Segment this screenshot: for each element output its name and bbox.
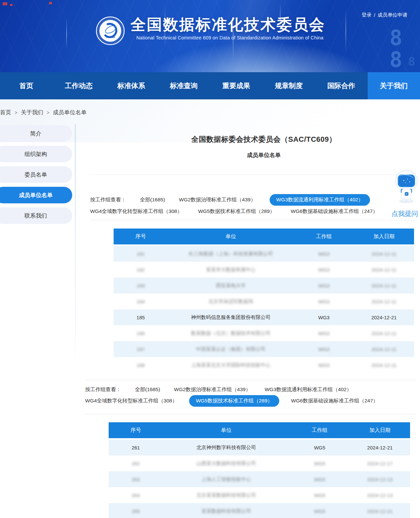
- member-apply-link[interactable]: 成员单位申请: [378, 12, 407, 18]
- table-header-row: 序号 单位 工作组 加入日期: [109, 422, 410, 438]
- cell-workgroup: WG3: [294, 251, 354, 257]
- banner-digit-decoration: 8: [390, 49, 402, 70]
- main-navigation: 首页 工作动态 标准体系 标准查询 重要成果 规章制度 国际合作 关于我们: [0, 72, 420, 99]
- cell-workgroup: WG5: [289, 492, 350, 498]
- nav-item-standard-system[interactable]: 标准体系: [105, 72, 158, 99]
- filter-wg6[interactable]: WG6数据基础设施标准工作组（247）: [291, 397, 378, 404]
- cell-index: 263: [109, 477, 163, 482]
- cell-workgroup: WG5: [289, 508, 350, 514]
- cell-workgroup: WG3: [294, 267, 354, 273]
- cell-workgroup: WG5: [289, 477, 350, 482]
- sidebar-content-divider: [75, 124, 76, 371]
- section-divider: [85, 380, 416, 380]
- cell-unit: 上海人工智能创新中心: [163, 476, 289, 483]
- cell-join-date: 2024-12-11: [354, 362, 414, 368]
- nav-item-international[interactable]: 国际合作: [315, 72, 368, 99]
- nav-item-regulations[interactable]: 规章制度: [263, 72, 315, 99]
- filter-wg5[interactable]: WG5数据技术标准工作组（289）: [198, 208, 275, 215]
- svg-text:TC609: TC609: [106, 35, 115, 39]
- committee-logo-icon: TC609: [95, 16, 125, 47]
- filter-all[interactable]: 全部(1685): [135, 386, 160, 393]
- cell-index: 188: [114, 362, 168, 368]
- cell-join-date: 2024-12-21: [350, 508, 410, 514]
- cell-join-date: 2024-12-13: [350, 477, 410, 482]
- cell-unit: 北京神州数字科技有限公司: [163, 444, 289, 451]
- assistant-ask-me-link[interactable]: 点我提问: [388, 209, 420, 218]
- banner-light-streak: [66, 18, 67, 50]
- about-sidebar: 简介 组织架构 委员名单 成员单位名单 联系我们: [0, 125, 72, 228]
- filter-wg4[interactable]: WG4全域数字化转型标准工作组（308）: [85, 397, 177, 404]
- column-header-unit: 单位: [163, 427, 289, 434]
- page-title: 全国数据标委会技术委员会（SAC/TC609）: [114, 134, 414, 144]
- cell-index: 187: [114, 346, 168, 352]
- cell-unit: 长三角数据（上海）科技发展有限公司: [168, 251, 294, 257]
- table-row: 188 上海某某北京大学国际科技创新中心 WG3 2024-12-11: [114, 357, 414, 373]
- cell-unit: 神州数码信息服务集团股份有限公司: [168, 314, 294, 321]
- sidebar-item-committee-members[interactable]: 委员名单: [0, 166, 72, 183]
- section-divider: [90, 220, 416, 220]
- table-body: 181 长三角数据（上海）科技发展有限公司 WG3 2024-12-11 182…: [114, 246, 414, 373]
- column-header-workgroup: 工作组: [294, 233, 354, 240]
- assistant-robot-icon[interactable]: [393, 170, 420, 204]
- cell-workgroup: WG3: [294, 315, 354, 320]
- cell-unit: 数某数据（北京）数据技术有限公司: [168, 330, 294, 337]
- table-row: 263 上海人工智能创新中心 WG5 2024-12-13: [109, 471, 410, 487]
- site-brand: TC609 全国数据标准化技术委员会 National Technical Co…: [95, 16, 329, 47]
- column-header-join-date: 加入日期: [350, 427, 410, 434]
- cell-index: 261: [109, 445, 163, 450]
- cell-index: 262: [109, 461, 163, 466]
- breadcrumb-about-us[interactable]: 关于我们: [21, 109, 43, 116]
- filter-wg2[interactable]: WG2数据治理标准工作组（439）: [179, 196, 256, 203]
- column-header-join-date: 加入日期: [354, 233, 414, 240]
- section-divider: [90, 175, 416, 175]
- filter-all[interactable]: 全部(1685): [140, 196, 165, 203]
- nav-item-about-us[interactable]: 关于我们: [368, 72, 420, 99]
- filter-wg2[interactable]: WG2数据治理标准工作组（439）: [174, 386, 251, 393]
- table-row-highlight-261: 261 北京神州数字科技有限公司 WG5 2024-12-21: [109, 440, 410, 455]
- cell-unit: 某某市大数据发展中心: [168, 267, 294, 273]
- section-divider: [85, 414, 416, 414]
- site-title: 全国数据标准化技术委员会: [131, 16, 329, 33]
- filter-wg4[interactable]: WG4全域数字化转型标准工作组（308）: [90, 208, 182, 215]
- cell-index: 265: [109, 508, 163, 514]
- breadcrumb: 首页 > 关于我们 > 成员单位名单: [0, 109, 87, 116]
- sidebar-item-contact-us[interactable]: 联系我们: [0, 207, 72, 224]
- sidebar-item-organization[interactable]: 组织架构: [0, 146, 72, 162]
- cell-unit: 山西某大数据科技有限公司: [163, 460, 289, 467]
- cell-join-date: 2024-12-11: [354, 283, 414, 288]
- nav-item-achievements[interactable]: 重要成果: [210, 72, 263, 99]
- sidebar-item-member-units[interactable]: 成员单位名单: [0, 187, 72, 203]
- workgroup-filter-row-1: 按工作组查看： 全部(1685) WG2数据治理标准工作组（439） WG3数据…: [85, 385, 352, 394]
- cell-unit: 某某数据科技有限公司: [163, 508, 289, 514]
- cell-join-date: 2024-12-21: [354, 315, 414, 320]
- filter-label: 按工作组查看：: [90, 196, 126, 203]
- table-row: 184 北京市海淀区数据局 WG3 2024-12-11: [114, 293, 414, 309]
- breadcrumb-home[interactable]: 首页: [0, 109, 11, 116]
- cell-join-date: 2024-12-11: [354, 267, 414, 273]
- column-header-index: 序号: [109, 427, 163, 434]
- nav-item-work-news[interactable]: 工作动态: [53, 72, 105, 99]
- filter-wg5[interactable]: WG5数据技术标准工作组（289）: [189, 395, 279, 407]
- banner-light-streak: [345, 9, 346, 52]
- filter-wg3[interactable]: WG3数据流通利用标准工作组（402）: [265, 386, 352, 393]
- filter-label: 按工作组查看：: [85, 386, 121, 393]
- column-header-index: 序号: [114, 233, 168, 240]
- cell-workgroup: WG5: [289, 461, 350, 466]
- cell-join-date: 2024-12-13: [350, 492, 410, 498]
- cell-unit: 中国某某认证（集团）有限公司: [168, 346, 294, 352]
- banner-digit-decoration: 8: [408, 56, 415, 68]
- cell-unit: 上海某某北京大学国际科技创新中心: [168, 362, 294, 368]
- nav-item-standard-query[interactable]: 标准查询: [158, 72, 210, 99]
- login-link[interactable]: 登录: [362, 12, 372, 18]
- filter-wg6[interactable]: WG6数据基础设施标准工作组（247）: [291, 208, 378, 215]
- cell-workgroup: WG5: [289, 445, 350, 450]
- column-header-unit: 单位: [168, 233, 294, 240]
- cell-index: 181: [114, 251, 168, 257]
- table-row: 186 数某数据（北京）数据技术有限公司 WG3 2024-12-11: [114, 325, 414, 341]
- table-body: 261 北京神州数字科技有限公司 WG5 2024-12-21 262 山西某大…: [109, 440, 410, 518]
- table-row: 181 长三角数据（上海）科技发展有限公司 WG3 2024-12-11: [114, 246, 414, 262]
- sidebar-item-intro[interactable]: 简介: [0, 125, 72, 142]
- filter-wg3[interactable]: WG3数据流通利用标准工作组（402）: [270, 194, 370, 206]
- nav-item-home[interactable]: 首页: [0, 72, 53, 99]
- table-row: 265 某某数据科技有限公司 WG5 2024-12-21: [109, 503, 410, 518]
